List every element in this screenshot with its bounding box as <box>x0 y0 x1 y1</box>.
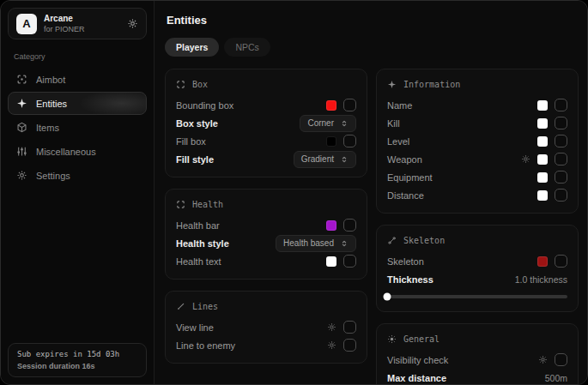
skeleton-card: Skeleton Skeleton Thickness 1.0 thicknes… <box>376 225 579 312</box>
box-style-label: Box style <box>176 118 218 129</box>
gear-icon[interactable] <box>538 355 548 364</box>
sparkle-icon <box>387 80 397 89</box>
lines-card-title: Lines <box>192 302 218 311</box>
sidebar-item-settings[interactable]: Settings <box>8 164 147 187</box>
sidebar-item-label: Settings <box>36 171 70 181</box>
max-distance-value: 500m <box>545 373 567 383</box>
sidebar: A Arcane for PIONER Category Aimbot Enti… <box>1 1 155 384</box>
sidebar-item-items[interactable]: Items <box>8 116 147 139</box>
name-checkbox[interactable] <box>555 99 567 111</box>
distance-row: Distance <box>387 186 567 204</box>
thickness-slider-handle[interactable] <box>384 293 391 301</box>
kill-color-swatch[interactable] <box>537 118 548 129</box>
gear-icon[interactable] <box>327 340 336 350</box>
sidebar-item-miscellaneous[interactable]: Miscellaneous <box>8 140 147 163</box>
distance-color-swatch[interactable] <box>537 190 548 201</box>
box-style-dropdown[interactable]: Corner <box>300 115 356 132</box>
kill-row: Kill <box>387 114 567 132</box>
name-row: Name <box>387 96 567 114</box>
sidebar-item-aimbot[interactable]: Aimbot <box>8 68 147 91</box>
fill-box-color-swatch[interactable] <box>326 136 336 147</box>
distance-checkbox[interactable] <box>555 189 567 202</box>
equipment-label: Equipment <box>387 172 433 183</box>
right-column: Information Name Kill <box>376 69 579 384</box>
kill-checkbox[interactable] <box>555 117 567 129</box>
health-text-row: Health text <box>176 252 356 270</box>
view-line-checkbox[interactable] <box>343 321 356 334</box>
main-panel: Entities Players NPCs Box Bounding box <box>155 1 587 384</box>
health-bar-checkbox[interactable] <box>343 219 356 232</box>
gear-icon[interactable] <box>327 322 336 332</box>
fill-style-dropdown[interactable]: Gradient <box>294 151 356 168</box>
visibility-check-label: Visibility check <box>387 355 448 365</box>
pencil-icon <box>176 302 185 311</box>
health-text-color-swatch[interactable] <box>326 256 336 267</box>
sidebar-item-entities[interactable]: Entities <box>8 92 147 115</box>
skeleton-color-swatch[interactable] <box>537 256 548 267</box>
level-row: Level <box>387 132 567 150</box>
health-style-label: Health style <box>176 238 229 249</box>
tab-npcs[interactable]: NPCs <box>224 38 270 57</box>
line-to-enemy-checkbox[interactable] <box>343 339 356 352</box>
unfold-icon <box>340 239 349 248</box>
max-distance-label: Max distance <box>387 373 446 383</box>
health-style-dropdown[interactable]: Health based <box>276 235 356 252</box>
name-label: Name <box>387 100 412 111</box>
weapon-row: Weapon <box>387 150 567 168</box>
gear-icon[interactable] <box>127 18 138 29</box>
sidebar-item-label: Entities <box>36 99 67 109</box>
gear-icon[interactable] <box>521 154 530 164</box>
level-checkbox[interactable] <box>555 135 567 147</box>
sidebar-nav: Aimbot Entities Items Miscellaneous Sett… <box>8 68 147 187</box>
entities-icon <box>16 98 27 109</box>
health-style-row: Health style Health based <box>176 234 356 252</box>
level-color-swatch[interactable] <box>537 136 548 147</box>
lines-card-header: Lines <box>176 302 356 311</box>
name-color-swatch[interactable] <box>537 100 548 111</box>
level-label: Level <box>387 136 409 147</box>
equipment-checkbox[interactable] <box>555 171 567 183</box>
skeleton-row: Skeleton <box>387 252 567 270</box>
visibility-check-row: Visibility check <box>387 351 567 369</box>
fill-box-checkbox[interactable] <box>343 135 356 147</box>
gear-icon <box>16 170 27 181</box>
scan-icon <box>176 200 185 209</box>
bounding-box-color-swatch[interactable] <box>326 100 336 111</box>
equipment-color-swatch[interactable] <box>537 172 548 183</box>
session-duration-text: Session duration 16s <box>17 362 137 370</box>
view-line-label: View line <box>176 322 214 333</box>
fill-box-label: Fill box <box>176 136 206 147</box>
subscription-card: Sub expires in 15d 03h Session duration … <box>8 343 147 377</box>
unfold-icon <box>340 155 349 164</box>
fill-style-label: Fill style <box>176 154 214 165</box>
health-bar-label: Health bar <box>176 220 220 231</box>
weapon-label: Weapon <box>387 154 422 165</box>
crosshair-icon <box>16 74 27 85</box>
health-bar-row: Health bar <box>176 216 356 234</box>
tab-players[interactable]: Players <box>165 38 219 57</box>
view-line-row: View line <box>176 318 356 336</box>
thickness-slider[interactable] <box>387 295 567 298</box>
sidebar-item-label: Aimbot <box>36 75 65 85</box>
scan-icon <box>176 80 185 89</box>
sub-expiry-text: Sub expires in 15d 03h <box>17 350 137 358</box>
fill-style-row: Fill style Gradient <box>176 150 356 168</box>
box-card-header: Box <box>176 80 356 89</box>
skeleton-checkbox[interactable] <box>555 255 567 268</box>
general-card-header: General <box>387 334 567 344</box>
health-text-checkbox[interactable] <box>343 255 356 268</box>
visibility-check-checkbox[interactable] <box>555 353 567 366</box>
lines-card: Lines View line Line to enemy <box>165 291 367 364</box>
weapon-checkbox[interactable] <box>555 153 567 165</box>
brand-card: A Arcane for PIONER <box>8 8 147 39</box>
skeleton-card-header: Skeleton <box>387 236 567 245</box>
information-card-header: Information <box>387 80 567 89</box>
health-bar-color-swatch[interactable] <box>326 220 336 231</box>
bounding-box-label: Bounding box <box>176 100 233 111</box>
bounding-box-checkbox[interactable] <box>343 99 356 111</box>
health-card: Health Health bar Health style H <box>165 189 367 280</box>
weapon-color-swatch[interactable] <box>537 154 548 165</box>
thickness-row: Thickness 1.0 thickness <box>387 270 567 288</box>
sun-icon <box>387 334 397 344</box>
left-column: Box Bounding box Box style Corne <box>165 69 367 384</box>
